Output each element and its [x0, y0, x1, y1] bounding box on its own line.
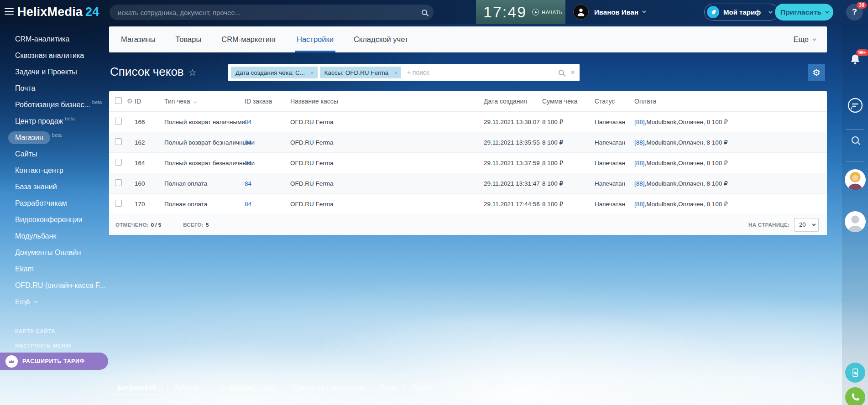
search-icon[interactable]	[422, 10, 427, 15]
table-row[interactable]: 162 Полный возврат безналичными 84 OFD.R…	[109, 132, 827, 153]
table-row[interactable]: 170 Полная оплата 84 OFD.RU Ferma 29.11.…	[109, 194, 827, 214]
col-header-created[interactable]: Дата создания	[484, 98, 542, 105]
payment-link[interactable]: [88]	[634, 160, 645, 166]
table-row[interactable]: 160 Полная оплата 84 OFD.RU Ferma 29.11.…	[109, 173, 827, 194]
per-page-select[interactable]: 20	[794, 218, 819, 232]
print-link[interactable]: Печать	[411, 384, 433, 391]
close-icon[interactable]	[310, 69, 314, 76]
payment-link[interactable]: [88]	[634, 201, 645, 208]
tab-shops[interactable]: Магазины	[121, 26, 156, 52]
right-rail: 99+	[842, 24, 868, 405]
sidebar-item-modulbank[interactable]: Модульбанк	[0, 228, 109, 244]
col-header-kassa[interactable]: Название кассы	[290, 98, 484, 105]
order-link[interactable]: 84	[245, 201, 290, 208]
sidebar-item-documents-online[interactable]: Документы Онлайн	[0, 244, 109, 261]
row-checkbox[interactable]	[115, 138, 122, 145]
col-header-sum[interactable]: Сумма чека	[542, 98, 595, 105]
order-link[interactable]: 84	[245, 180, 290, 187]
sidebar-item-mail[interactable]: Почта	[0, 80, 109, 97]
favorite-star-icon[interactable]	[184, 65, 197, 79]
beta-badge: beta	[92, 99, 102, 105]
row-checkbox[interactable]	[115, 118, 122, 125]
divider	[846, 129, 864, 130]
logo[interactable]: HelixMedia24	[17, 0, 99, 24]
sidebar-item-contact-center[interactable]: Контакт-центр	[0, 162, 109, 179]
recent-user-avatar[interactable]	[845, 211, 866, 232]
order-link[interactable]: 84	[245, 160, 290, 166]
select-all-checkbox[interactable]	[115, 97, 122, 104]
table-row[interactable]: 164 Полный возврат безналичными 84 OFD.R…	[109, 153, 827, 173]
global-search[interactable]	[110, 5, 434, 20]
sidebar-item-ofd-ru[interactable]: OFD.RU (онлайн-касса F...	[0, 277, 109, 294]
user-menu[interactable]: Иванов Иван	[573, 4, 645, 20]
time-tracker[interactable]: 17:49 НАЧАТЬ	[476, 0, 565, 24]
start-workday-button[interactable]: НАЧАТЬ	[532, 9, 563, 16]
columns-gear-icon[interactable]	[127, 97, 135, 105]
row-checkbox[interactable]	[115, 159, 122, 166]
configure-menu-link[interactable]: НАСТРОИТЬ МЕНЮ	[0, 338, 109, 353]
sidebar-item-shop[interactable]: Магазинbeta	[0, 130, 109, 146]
sidebar-item-tasks-projects[interactable]: Задачи и Проекты	[0, 64, 109, 80]
filter-search-input[interactable]	[407, 69, 550, 76]
tab-settings[interactable]: Настройки	[297, 26, 334, 52]
sidebar-item-rpa[interactable]: Роботизация бизнес...beta	[0, 97, 109, 113]
chevron-down-icon	[34, 299, 37, 303]
filter-chip-date[interactable]: Дата создания чека: С...	[231, 67, 318, 78]
payment-link[interactable]: [88]	[634, 139, 645, 146]
row-checkbox[interactable]	[115, 179, 122, 186]
grid-settings-button[interactable]	[808, 64, 825, 81]
filter-chip-kassa[interactable]: Кассы: OFD.RU Ferma	[320, 67, 401, 78]
sidebar-item-sites[interactable]: Сайты	[0, 146, 109, 162]
payment-link[interactable]: [88]	[634, 180, 645, 187]
sidebar-item-crm-analytics[interactable]: CRM-аналитика	[0, 31, 109, 47]
col-header-status[interactable]: Статус	[595, 98, 634, 105]
avatar[interactable]	[573, 4, 589, 20]
my-tariff-button[interactable]: Мой тариф	[704, 4, 779, 21]
tab-warehouse[interactable]: Складской учет	[354, 26, 408, 52]
help-button[interactable]: ? 39	[846, 4, 863, 21]
sidebar-item-ekam[interactable]: Ekam	[0, 261, 109, 277]
mobile-app-button[interactable]	[845, 363, 865, 383]
sidebar-item-knowledge-base[interactable]: База знаний	[0, 179, 109, 195]
sidebar-item-more[interactable]: Ещё	[0, 294, 109, 310]
upgrade-plan-button[interactable]: РАСШИРИТЬ ТАРИФ	[0, 353, 108, 370]
sidebar-item-end-to-end-analytics[interactable]: Сквозная аналитика	[0, 47, 109, 64]
sidebar-item-sales-center[interactable]: Центр продажbeta	[0, 113, 109, 130]
tab-products[interactable]: Товары	[176, 26, 202, 52]
crown-icon	[5, 355, 18, 368]
table-row[interactable]: 166 Полный возврат наличными 84 OFD.RU F…	[109, 112, 827, 132]
order-link[interactable]: 84	[245, 139, 290, 146]
call-button[interactable]	[845, 387, 865, 405]
recent-user-avatar[interactable]	[845, 169, 866, 190]
payment-link[interactable]: [88]	[634, 119, 645, 125]
tab-crm-marketing[interactable]: CRM-маркетинг	[221, 26, 277, 52]
col-header-payment[interactable]: Оплата	[634, 98, 827, 105]
sitemap-link[interactable]: КАРТА САЙТА	[0, 324, 109, 338]
chat-button[interactable]	[846, 96, 864, 114]
sidebar-item-video-conferences[interactable]: Видеоконференции	[0, 212, 109, 228]
col-header-order-id[interactable]: ID заказа	[245, 98, 290, 105]
col-header-type[interactable]: Тип чека	[164, 98, 245, 105]
global-search-input[interactable]	[118, 9, 422, 16]
themes-link[interactable]: Темы	[380, 384, 397, 391]
clear-filter-icon[interactable]	[570, 68, 575, 77]
close-icon[interactable]	[394, 69, 397, 76]
avatar	[845, 169, 866, 190]
language-select[interactable]: Русский	[167, 381, 211, 395]
tabs-more-button[interactable]: Еще	[793, 35, 815, 44]
search-icon[interactable]	[559, 70, 564, 75]
bitrix-brand-button[interactable]: Битрикс24®	[111, 381, 163, 395]
chevron-down-icon	[825, 10, 829, 13]
rail-search-button[interactable]	[852, 136, 859, 145]
hamburger-menu-icon[interactable]	[5, 8, 14, 16]
sidebar-item-developers[interactable]: Разработчикам	[0, 195, 109, 212]
contact-partner-link[interactable]: Связаться с партнером	[293, 384, 364, 391]
row-checkbox[interactable]	[115, 200, 122, 207]
col-header-id[interactable]: ID	[135, 98, 164, 105]
notifications-badge: 99+	[856, 49, 868, 56]
notifications-button[interactable]: 99+	[849, 52, 862, 66]
invite-button[interactable]: Пригласить	[775, 4, 833, 21]
filter-bar[interactable]: Дата создания чека: С... Кассы: OFD.RU F…	[228, 64, 580, 81]
order-link[interactable]: 84	[245, 119, 290, 125]
clock-time: 17:49	[483, 3, 527, 21]
